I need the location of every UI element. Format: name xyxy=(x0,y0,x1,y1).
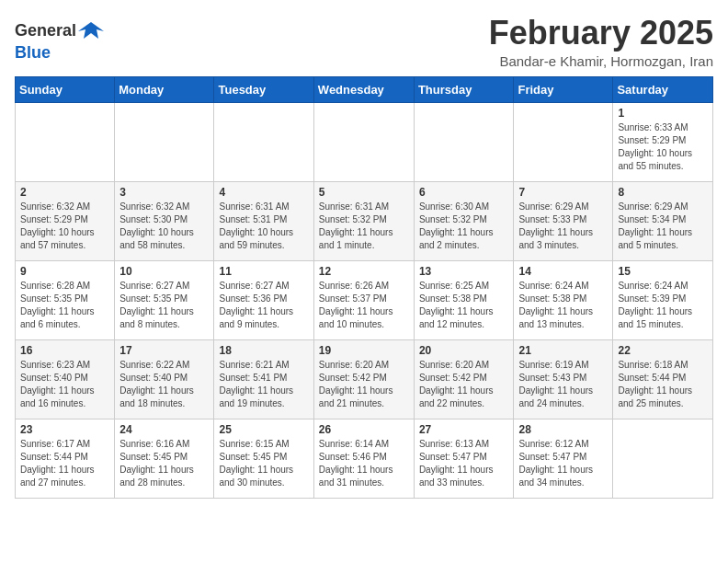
day-info: Sunrise: 6:29 AM Sunset: 5:34 PM Dayligh… xyxy=(618,201,708,252)
day-number: 7 xyxy=(518,186,608,199)
day-info: Sunrise: 6:13 AM Sunset: 5:47 PM Dayligh… xyxy=(419,438,509,489)
calendar-cell: 28Sunrise: 6:12 AM Sunset: 5:47 PM Dayli… xyxy=(514,419,613,498)
calendar-cell: 16Sunrise: 6:23 AM Sunset: 5:40 PM Dayli… xyxy=(16,339,115,419)
day-info: Sunrise: 6:31 AM Sunset: 5:32 PM Dayligh… xyxy=(319,201,409,252)
day-info: Sunrise: 6:27 AM Sunset: 5:35 PM Dayligh… xyxy=(119,280,209,331)
calendar-cell: 7Sunrise: 6:29 AM Sunset: 5:33 PM Daylig… xyxy=(514,181,613,260)
calendar-cell: 4Sunrise: 6:31 AM Sunset: 5:31 PM Daylig… xyxy=(214,181,313,260)
day-info: Sunrise: 6:12 AM Sunset: 5:47 PM Dayligh… xyxy=(518,438,608,489)
calendar-cell: 2Sunrise: 6:32 AM Sunset: 5:29 PM Daylig… xyxy=(16,181,115,260)
day-number: 20 xyxy=(419,344,509,357)
calendar-cell: 13Sunrise: 6:25 AM Sunset: 5:38 PM Dayli… xyxy=(414,260,514,339)
day-number: 27 xyxy=(419,423,509,436)
calendar-cell: 15Sunrise: 6:24 AM Sunset: 5:39 PM Dayli… xyxy=(613,260,713,339)
weekday-header-wednesday: Wednesday xyxy=(313,76,414,102)
day-number: 11 xyxy=(219,265,308,278)
day-number: 24 xyxy=(119,423,209,436)
calendar-cell: 22Sunrise: 6:18 AM Sunset: 5:44 PM Dayli… xyxy=(613,339,713,419)
day-number: 6 xyxy=(419,186,509,199)
calendar-cell: 14Sunrise: 6:24 AM Sunset: 5:38 PM Dayli… xyxy=(514,260,613,339)
svg-marker-0 xyxy=(78,22,104,39)
day-info: Sunrise: 6:19 AM Sunset: 5:43 PM Dayligh… xyxy=(518,359,608,410)
weekday-header-saturday: Saturday xyxy=(613,76,713,102)
weekday-header-friday: Friday xyxy=(514,76,613,102)
day-number: 22 xyxy=(618,344,708,357)
calendar-table: SundayMondayTuesdayWednesdayThursdayFrid… xyxy=(15,76,713,499)
calendar-cell xyxy=(16,102,115,181)
day-info: Sunrise: 6:32 AM Sunset: 5:30 PM Dayligh… xyxy=(119,201,209,252)
calendar-header-row: SundayMondayTuesdayWednesdayThursdayFrid… xyxy=(16,76,713,102)
day-number: 2 xyxy=(20,186,109,199)
day-number: 9 xyxy=(20,265,109,278)
day-info: Sunrise: 6:33 AM Sunset: 5:29 PM Dayligh… xyxy=(618,121,708,173)
day-info: Sunrise: 6:21 AM Sunset: 5:41 PM Dayligh… xyxy=(219,359,308,410)
calendar-cell: 12Sunrise: 6:26 AM Sunset: 5:37 PM Dayli… xyxy=(313,260,414,339)
day-info: Sunrise: 6:24 AM Sunset: 5:38 PM Dayligh… xyxy=(518,280,608,331)
calendar-cell xyxy=(214,102,313,181)
day-info: Sunrise: 6:28 AM Sunset: 5:35 PM Dayligh… xyxy=(20,280,109,331)
day-number: 3 xyxy=(119,186,209,199)
day-info: Sunrise: 6:24 AM Sunset: 5:39 PM Dayligh… xyxy=(618,280,708,331)
day-number: 23 xyxy=(20,423,109,436)
calendar-cell: 20Sunrise: 6:20 AM Sunset: 5:42 PM Dayli… xyxy=(414,339,514,419)
day-number: 28 xyxy=(518,423,608,436)
day-info: Sunrise: 6:14 AM Sunset: 5:46 PM Dayligh… xyxy=(319,438,409,489)
calendar-week-row: 9Sunrise: 6:28 AM Sunset: 5:35 PM Daylig… xyxy=(16,260,713,339)
calendar-cell: 26Sunrise: 6:14 AM Sunset: 5:46 PM Dayli… xyxy=(313,419,414,498)
calendar-cell: 18Sunrise: 6:21 AM Sunset: 5:41 PM Dayli… xyxy=(214,339,313,419)
day-number: 14 xyxy=(518,265,608,278)
weekday-header-tuesday: Tuesday xyxy=(214,76,313,102)
calendar-cell: 25Sunrise: 6:15 AM Sunset: 5:45 PM Dayli… xyxy=(214,419,313,498)
day-number: 4 xyxy=(219,186,308,199)
day-number: 17 xyxy=(119,344,209,357)
calendar-cell: 17Sunrise: 6:22 AM Sunset: 5:40 PM Dayli… xyxy=(115,339,214,419)
calendar-week-row: 1Sunrise: 6:33 AM Sunset: 5:29 PM Daylig… xyxy=(16,102,713,181)
calendar-cell: 19Sunrise: 6:20 AM Sunset: 5:42 PM Dayli… xyxy=(313,339,414,419)
calendar-cell: 23Sunrise: 6:17 AM Sunset: 5:44 PM Dayli… xyxy=(16,419,115,498)
calendar-cell: 3Sunrise: 6:32 AM Sunset: 5:30 PM Daylig… xyxy=(115,181,214,260)
calendar-cell: 24Sunrise: 6:16 AM Sunset: 5:45 PM Dayli… xyxy=(115,419,214,498)
location-subtitle: Bandar-e Khamir, Hormozgan, Iran xyxy=(489,53,713,69)
day-info: Sunrise: 6:31 AM Sunset: 5:31 PM Dayligh… xyxy=(219,201,308,252)
logo-general: General xyxy=(15,22,76,40)
calendar-cell: 8Sunrise: 6:29 AM Sunset: 5:34 PM Daylig… xyxy=(613,181,713,260)
calendar-cell: 11Sunrise: 6:27 AM Sunset: 5:36 PM Dayli… xyxy=(214,260,313,339)
weekday-header-sunday: Sunday xyxy=(16,76,115,102)
day-number: 25 xyxy=(219,423,308,436)
logo-bird-icon xyxy=(78,18,104,44)
calendar-cell: 9Sunrise: 6:28 AM Sunset: 5:35 PM Daylig… xyxy=(16,260,115,339)
day-info: Sunrise: 6:20 AM Sunset: 5:42 PM Dayligh… xyxy=(319,359,409,410)
day-info: Sunrise: 6:32 AM Sunset: 5:29 PM Dayligh… xyxy=(20,201,109,252)
calendar-cell: 6Sunrise: 6:30 AM Sunset: 5:32 PM Daylig… xyxy=(414,181,514,260)
day-info: Sunrise: 6:26 AM Sunset: 5:37 PM Dayligh… xyxy=(319,280,409,331)
calendar-cell xyxy=(414,102,514,181)
day-number: 16 xyxy=(20,344,109,357)
day-number: 15 xyxy=(618,265,708,278)
header: General Blue February 2025 Bandar-e Kham… xyxy=(15,15,713,69)
day-number: 12 xyxy=(319,265,409,278)
calendar-week-row: 2Sunrise: 6:32 AM Sunset: 5:29 PM Daylig… xyxy=(16,181,713,260)
title-block: February 2025 Bandar-e Khamir, Hormozgan… xyxy=(489,15,713,69)
day-number: 1 xyxy=(618,107,708,120)
logo-blue: Blue xyxy=(15,43,51,62)
day-info: Sunrise: 6:16 AM Sunset: 5:45 PM Dayligh… xyxy=(119,438,209,489)
weekday-header-thursday: Thursday xyxy=(414,76,514,102)
day-info: Sunrise: 6:17 AM Sunset: 5:44 PM Dayligh… xyxy=(20,438,109,489)
logo: General Blue xyxy=(15,18,104,63)
day-info: Sunrise: 6:23 AM Sunset: 5:40 PM Dayligh… xyxy=(20,359,109,410)
day-info: Sunrise: 6:22 AM Sunset: 5:40 PM Dayligh… xyxy=(119,359,209,410)
calendar-cell xyxy=(613,419,713,498)
day-number: 18 xyxy=(219,344,308,357)
calendar-cell: 21Sunrise: 6:19 AM Sunset: 5:43 PM Dayli… xyxy=(514,339,613,419)
day-number: 21 xyxy=(518,344,608,357)
day-number: 8 xyxy=(618,186,708,199)
day-info: Sunrise: 6:30 AM Sunset: 5:32 PM Dayligh… xyxy=(419,201,509,252)
day-info: Sunrise: 6:29 AM Sunset: 5:33 PM Dayligh… xyxy=(518,201,608,252)
day-info: Sunrise: 6:27 AM Sunset: 5:36 PM Dayligh… xyxy=(219,280,308,331)
month-title: February 2025 xyxy=(489,15,713,52)
day-info: Sunrise: 6:20 AM Sunset: 5:42 PM Dayligh… xyxy=(419,359,509,410)
calendar-cell xyxy=(514,102,613,181)
calendar-cell: 5Sunrise: 6:31 AM Sunset: 5:32 PM Daylig… xyxy=(313,181,414,260)
calendar-cell: 10Sunrise: 6:27 AM Sunset: 5:35 PM Dayli… xyxy=(115,260,214,339)
day-number: 10 xyxy=(119,265,209,278)
